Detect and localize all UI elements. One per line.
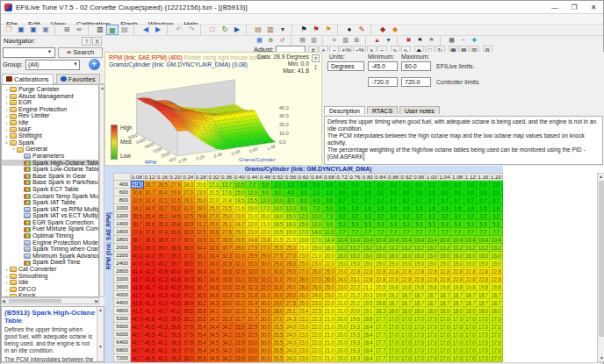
table-cell[interactable]: 5.3: [387, 220, 400, 228]
row-header[interactable]: 2400: [113, 260, 131, 268]
table-cell[interactable]: 18.7: [426, 299, 439, 307]
table-cell[interactable]: 40.3: [156, 323, 169, 331]
table-cell[interactable]: 30.0: [259, 260, 272, 268]
efilive-min-field[interactable]: -45.0: [368, 61, 398, 71]
table-cell[interactable]: 32.1: [156, 196, 169, 204]
table-cell[interactable]: 1.6: [439, 204, 452, 212]
table-cell[interactable]: 26.5: [272, 331, 285, 339]
table-cell[interactable]: 17.0: [413, 354, 426, 362]
table-cell[interactable]: 32.5: [182, 212, 195, 220]
table-cell[interactable]: 40.4: [169, 268, 183, 275]
table-cell[interactable]: 29.0: [208, 220, 221, 228]
table-cell[interactable]: 30.0: [259, 315, 272, 323]
surface-plot-panel[interactable]: RPM (link: SAE.RPM) (400) Rotate using r…: [104, 52, 322, 166]
table-cell[interactable]: 20.0: [336, 315, 349, 323]
table-cell[interactable]: 25.0: [323, 268, 336, 275]
row-header[interactable]: 4800: [113, 307, 131, 315]
row-header[interactable]: 2200: [113, 252, 131, 260]
table-cell[interactable]: 33.9: [234, 346, 247, 354]
table-cell[interactable]: 26.5: [234, 236, 247, 244]
table-cell[interactable]: 3.2: [349, 212, 362, 220]
table-cell[interactable]: 41.4: [156, 283, 169, 291]
table-cell[interactable]: 22.8: [490, 268, 503, 275]
table-cell[interactable]: 1.6: [464, 204, 478, 212]
table-cell[interactable]: 26.0: [195, 196, 208, 204]
table-cell[interactable]: 21.2: [349, 291, 362, 299]
table-cell[interactable]: 25.1: [284, 307, 298, 315]
table-cell[interactable]: 31.0: [182, 204, 195, 212]
tab-user-notes[interactable]: User notes: [399, 106, 440, 114]
table-cell[interactable]: 19.1: [362, 307, 375, 315]
table-cell[interactable]: 41.3: [144, 299, 157, 307]
table-cell[interactable]: 39.3: [169, 346, 183, 354]
table-cell[interactable]: 21.0: [311, 252, 324, 260]
validate-icon[interactable]: ▶: [231, 25, 243, 35]
table-cell[interactable]: 1.6: [426, 204, 439, 212]
table-cell[interactable]: 24.8: [246, 236, 259, 244]
table-cell[interactable]: 14.0: [311, 228, 324, 236]
table-cell[interactable]: 29.8: [195, 212, 208, 220]
table-cell[interactable]: 3.2: [490, 212, 503, 220]
column-header[interactable]: 0.12: [144, 173, 157, 181]
table-cell[interactable]: 30.0: [259, 331, 272, 339]
table-cell[interactable]: 17.0: [400, 323, 413, 331]
sort-asc-icon[interactable]: ▲: [371, 36, 383, 45]
table-cell[interactable]: 37.4: [156, 228, 169, 236]
clear-cells-icon[interactable]: ✖: [403, 36, 414, 45]
table-cell[interactable]: 22.0: [311, 331, 324, 339]
column-header[interactable]: 0.68: [323, 173, 336, 181]
table-cell[interactable]: 0.0: [426, 181, 439, 189]
table-cell[interactable]: 29.0: [284, 283, 298, 291]
table-cell[interactable]: 40.5: [144, 323, 157, 331]
table-cell[interactable]: 36.2: [195, 299, 208, 307]
close-button[interactable]: ✕: [584, 1, 603, 14]
table-view-icon[interactable]: ▦: [254, 36, 265, 45]
table-cell[interactable]: 18.3: [375, 307, 388, 315]
table-cell[interactable]: 28.0: [195, 204, 208, 212]
table-cell[interactable]: 19.0: [400, 260, 413, 268]
table-cell[interactable]: 39.2: [182, 291, 195, 299]
table-cell[interactable]: 32.6: [208, 244, 221, 252]
table-cell[interactable]: 38.2: [182, 315, 195, 323]
column-header[interactable]: 0.20: [169, 173, 183, 181]
table-cell[interactable]: 20.8: [220, 196, 234, 204]
table-cell[interactable]: 20.0: [336, 323, 349, 331]
column-header[interactable]: 0.80: [362, 173, 375, 181]
table-cell[interactable]: 22.8: [439, 268, 452, 275]
table-cell[interactable]: 17.0: [490, 339, 503, 346]
table-cell[interactable]: 1.6: [477, 204, 490, 212]
table-cell[interactable]: 39.8: [169, 323, 183, 331]
table-cell[interactable]: 32.5: [195, 228, 208, 236]
nav-back-icon[interactable]: ◀: [140, 25, 152, 35]
table-cell[interactable]: 41.0: [156, 299, 169, 307]
table-cell[interactable]: 22.8: [451, 268, 464, 275]
table-cell[interactable]: 13.7: [220, 181, 234, 189]
tree-item-general[interactable]: ˅General: [2, 146, 98, 153]
table-cell[interactable]: 24.3: [182, 181, 195, 189]
table-cell[interactable]: 22.0: [311, 346, 324, 354]
table-cell[interactable]: 32.0: [246, 268, 259, 275]
table-cell[interactable]: 37.9: [182, 339, 195, 346]
table-cell[interactable]: 30.8: [131, 189, 144, 196]
table-cell[interactable]: 5.3: [426, 220, 439, 228]
maximize-button[interactable]: ❐: [564, 1, 584, 14]
table-cell[interactable]: 23.0: [298, 354, 311, 362]
table-cell[interactable]: 19.9: [375, 291, 388, 299]
table-cell[interactable]: 0.0: [439, 181, 452, 189]
table-cell[interactable]: 22.8: [413, 275, 426, 283]
row-header[interactable]: 2000: [113, 244, 131, 252]
table-cell[interactable]: 17.0: [426, 323, 439, 331]
tab-rtacs[interactable]: RTACS: [367, 106, 398, 114]
table-cell[interactable]: 5.3: [375, 220, 388, 228]
column-header[interactable]: 0.48: [259, 173, 272, 181]
table-cell[interactable]: 17.0: [298, 228, 311, 236]
column-header[interactable]: 0.36: [220, 173, 234, 181]
table-cell[interactable]: 32.3: [220, 252, 234, 260]
chevron-down-icon[interactable]: ▼: [46, 49, 54, 56]
table-cell[interactable]: 22.8: [362, 268, 375, 275]
table-cell[interactable]: 17.0: [477, 346, 490, 354]
table-cell[interactable]: 20.0: [349, 307, 362, 315]
table-cell[interactable]: 35.1: [156, 212, 169, 220]
table-cell[interactable]: 32.8: [220, 260, 234, 268]
table-cell[interactable]: 40.9: [169, 283, 183, 291]
